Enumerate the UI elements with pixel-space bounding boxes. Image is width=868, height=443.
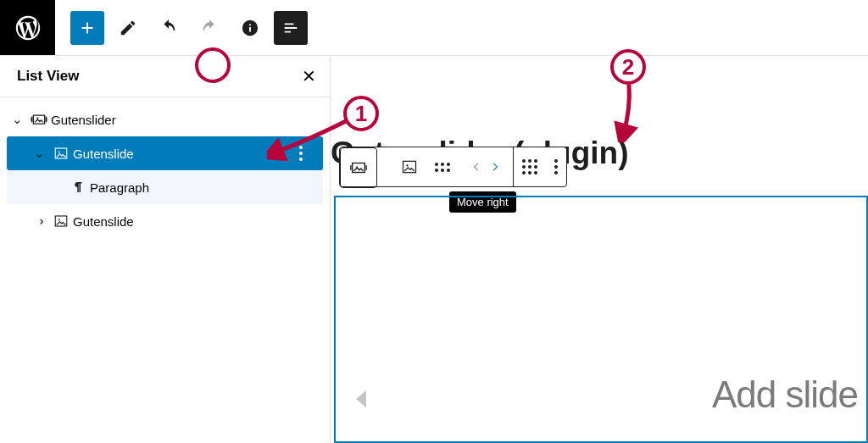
block-type-button[interactable] — [392, 147, 426, 186]
pencil-icon — [119, 19, 137, 37]
previous-slide-arrow[interactable] — [356, 390, 366, 407]
move-left-button[interactable] — [467, 161, 486, 173]
wordpress-logo[interactable] — [0, 0, 55, 55]
image-block-icon — [49, 213, 73, 229]
tree-item-options-button[interactable] — [299, 146, 323, 161]
plus-icon — [78, 19, 97, 37]
block-toolbar — [339, 147, 567, 187]
svg-point-2 — [58, 152, 60, 153]
chevron-down-icon[interactable]: ⌄ — [29, 146, 49, 161]
drag-handle[interactable] — [426, 147, 459, 186]
list-view-toggle-button[interactable] — [274, 11, 308, 45]
slider-block-icon — [27, 111, 51, 128]
tree-item-label: Gutenslide — [73, 147, 299, 161]
svg-point-4 — [58, 219, 60, 221]
tree-item-gutenslide-1[interactable]: ⌄ Gutenslide — [7, 136, 323, 170]
tree-item-paragraph[interactable]: Paragraph — [7, 170, 323, 204]
chevron-right-icon[interactable]: ⌄ — [31, 211, 47, 231]
gutenslide-block[interactable]: Add slide — [334, 196, 868, 443]
add-block-button[interactable] — [70, 11, 104, 45]
alignment-icon — [522, 159, 537, 174]
more-icon — [554, 159, 558, 174]
undo-icon — [159, 19, 178, 37]
redo-button[interactable] — [192, 11, 226, 45]
tree-item-label: Gutenslider — [51, 113, 323, 127]
block-options-button[interactable] — [546, 147, 566, 186]
chevron-down-icon[interactable]: ⌄ — [7, 112, 27, 127]
select-parent-button[interactable] — [340, 147, 377, 188]
image-block-icon — [49, 146, 73, 161]
list-view-panel: List View ✕ ⌄ Gutenslider ⌄ Gutenslide — [0, 56, 331, 443]
svg-point-0 — [36, 117, 38, 119]
alignment-button[interactable] — [514, 147, 546, 186]
edit-mode-button[interactable] — [111, 11, 145, 45]
tree-item-gutenslider[interactable]: ⌄ Gutenslider — [7, 102, 323, 136]
svg-point-8 — [406, 164, 408, 166]
list-view-title: List View — [17, 68, 79, 85]
image-block-icon — [401, 158, 418, 175]
tree-item-gutenslide-2[interactable]: ⌄ Gutenslide — [7, 204, 323, 238]
slider-block-icon — [349, 158, 368, 177]
tree-item-label: Paragraph — [90, 180, 323, 195]
info-button[interactable] — [233, 11, 267, 45]
wordpress-icon — [14, 14, 42, 42]
editor-canvas: Gutenslider (plugin) — [331, 56, 868, 443]
close-list-view-button[interactable]: ✕ — [302, 68, 316, 85]
chevron-right-icon — [489, 161, 501, 173]
move-right-button[interactable] — [486, 161, 504, 173]
redo-icon — [200, 19, 219, 37]
chevron-left-icon — [470, 161, 482, 173]
annotation-badge-1: 1 — [343, 96, 379, 131]
drag-icon — [435, 163, 450, 172]
paragraph-block-icon — [66, 180, 90, 195]
tree-item-label: Gutenslide — [73, 214, 323, 229]
list-view-icon — [281, 19, 300, 37]
undo-button[interactable] — [152, 11, 186, 45]
move-controls — [459, 147, 513, 186]
annotation-badge-2: 2 — [610, 49, 646, 85]
add-slide-placeholder[interactable]: Add slide — [712, 374, 858, 416]
info-icon — [241, 19, 259, 37]
